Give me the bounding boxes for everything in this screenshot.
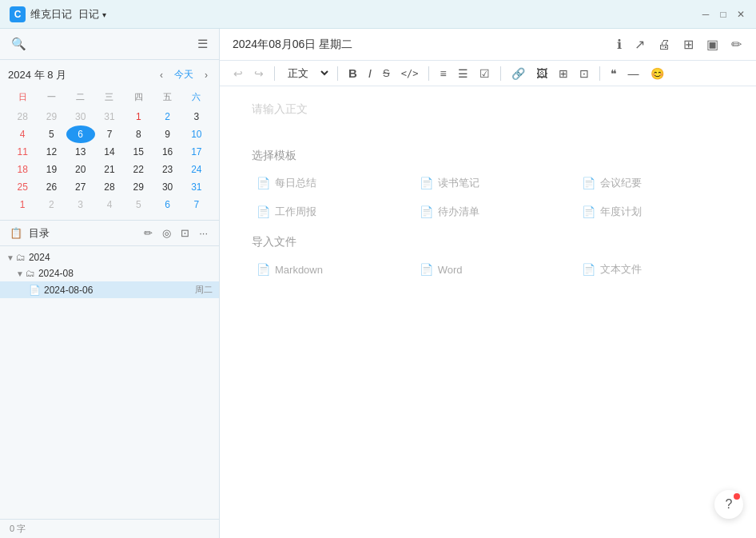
edit-button[interactable]: ✏ [730,35,743,54]
calendar-day[interactable]: 15 [124,143,153,161]
calendar-day[interactable]: 4 [8,126,37,143]
calendar-day[interactable]: 29 [124,178,153,196]
search-button[interactable]: 🔍 [10,35,28,53]
calendar-day-today[interactable]: 6 [66,126,95,143]
import-item-word[interactable]: 📄 Word [415,259,562,280]
directory-more-button[interactable]: ··· [197,225,209,241]
calendar-day[interactable]: 13 [66,143,95,161]
directory-copy-button[interactable]: ⊡ [179,225,191,241]
title-bar-left: C 维克日记 日记 ▾ [10,6,108,23]
calendar-day[interactable]: 29 [37,108,66,126]
calendar-day[interactable]: 22 [124,161,153,178]
image-button[interactable]: 🖼 [532,65,551,82]
maximize-button[interactable]: □ [718,9,729,20]
tree-item-entry[interactable]: 📄 2024-08-06 周二 [0,281,219,298]
calendar-day[interactable]: 4 [95,196,124,213]
template-item-daily[interactable]: 📄 每日总结 [252,173,399,193]
template-doc-icon: 📄 [257,205,270,218]
import-item-markdown[interactable]: 📄 Markdown [252,259,399,280]
grid-button[interactable]: ⊞ [682,35,695,54]
template-item-weekly[interactable]: 📄 工作周报 [252,201,399,222]
tree-item-month[interactable]: ▼ 🗂 2024-08 [0,265,219,281]
directory-locate-button[interactable]: ◎ [161,225,173,241]
calendar-day[interactable]: 1 [124,108,153,126]
calendar-weekdays: 日 一 二 三 四 五 六 [8,90,211,105]
calendar-day[interactable]: 26 [37,178,66,196]
calendar-day[interactable]: 10 [182,126,211,143]
calendar-day[interactable]: 17 [182,143,211,161]
minimize-button[interactable]: ─ [700,9,711,20]
calendar-day[interactable]: 8 [124,126,153,143]
calendar-day[interactable]: 5 [124,196,153,213]
calendar-day[interactable]: 11 [8,143,37,161]
diary-menu-button[interactable]: 日记 ▾ [77,6,108,23]
tree-item-year[interactable]: ▼ 🗂 2024 [0,249,219,265]
calendar-day[interactable]: 9 [153,126,181,143]
italic-button[interactable]: I [364,64,376,82]
calendar-day[interactable]: 23 [153,161,181,178]
help-button[interactable]: ? [714,490,743,519]
editor-area[interactable]: 请输入正文 选择模板 📄 每日总结 📄 读书笔记 📄 会议纪要 [220,86,756,538]
weekday-sun: 日 [8,90,37,105]
print-button[interactable]: 🖨 [656,35,672,54]
calendar-day[interactable]: 25 [8,178,37,196]
export-button[interactable]: ↗ [633,35,647,54]
calendar-day[interactable]: 21 [95,161,124,178]
table-button[interactable]: ⊞ [555,65,572,82]
calendar-day[interactable]: 6 [153,196,181,213]
calendar-day[interactable]: 24 [182,161,211,178]
calendar-day[interactable]: 20 [66,161,95,178]
calendar-day[interactable]: 30 [66,108,95,126]
calendar-day[interactable]: 28 [95,178,124,196]
window-controls: ─ □ ✕ [700,9,746,20]
template-item-annual[interactable]: 📄 年度计划 [577,201,724,222]
calendar-day[interactable]: 12 [37,143,66,161]
calendar-day[interactable]: 1 [8,196,37,213]
calendar-day[interactable]: 18 [8,161,37,178]
emoji-button[interactable]: 😊 [647,65,668,82]
embed-button[interactable]: ⊡ [575,65,593,82]
calendar-day[interactable]: 31 [95,108,124,126]
calendar-day[interactable]: 7 [182,196,211,213]
calendar-next-button[interactable]: › [201,68,211,82]
calendar-day[interactable]: 19 [37,161,66,178]
close-button[interactable]: ✕ [735,9,746,20]
calendar-day[interactable]: 31 [182,178,211,196]
view-button[interactable]: ▣ [705,35,720,54]
calendar-prev-button[interactable]: ‹ [157,68,166,82]
info-button[interactable]: ℹ [615,35,623,54]
import-item-text[interactable]: 📄 文本文件 [577,259,724,280]
calendar-day[interactable]: 14 [95,143,124,161]
help-icon: ? [726,497,733,512]
calendar-day[interactable]: 7 [95,126,124,143]
calendar-day[interactable]: 16 [153,143,181,161]
code-button[interactable]: </> [397,66,423,82]
calendar-day[interactable]: 28 [8,108,37,126]
calendar-day[interactable]: 2 [37,196,66,213]
calendar-day[interactable]: 5 [37,126,66,143]
unordered-list-button[interactable]: ≡ [436,65,450,82]
menu-button[interactable]: ☰ [196,35,209,53]
link-button[interactable]: 🔗 [507,65,529,82]
calendar-day[interactable]: 30 [153,178,181,196]
task-list-button[interactable]: ☑ [475,65,494,82]
ordered-list-button[interactable]: ☰ [454,65,472,82]
format-select[interactable]: 正文 标题1 标题2 标题3 [281,65,331,82]
calendar-today-button[interactable]: 今天 [169,66,198,83]
strikethrough-button[interactable]: S [379,65,394,82]
redo-button[interactable]: ↪ [250,65,268,82]
undo-button[interactable]: ↩ [229,65,247,82]
template-item-meeting[interactable]: 📄 会议纪要 [577,173,724,193]
template-item-todo[interactable]: 📄 待办清单 [415,201,562,222]
import-doc-icon: 📄 [582,263,595,276]
calendar-day[interactable]: 3 [182,108,211,126]
template-item-reading[interactable]: 📄 读书笔记 [415,173,562,193]
calendar-day[interactable]: 27 [66,178,95,196]
calendar-day[interactable]: 3 [66,196,95,213]
tree-expand-month: ▼ [16,269,24,278]
directory-edit-button[interactable]: ✏ [142,225,154,241]
calendar-day[interactable]: 2 [153,108,181,126]
bold-button[interactable]: B [344,64,361,82]
divider-button[interactable]: — [624,65,643,82]
quote-button[interactable]: ❝ [607,65,621,82]
